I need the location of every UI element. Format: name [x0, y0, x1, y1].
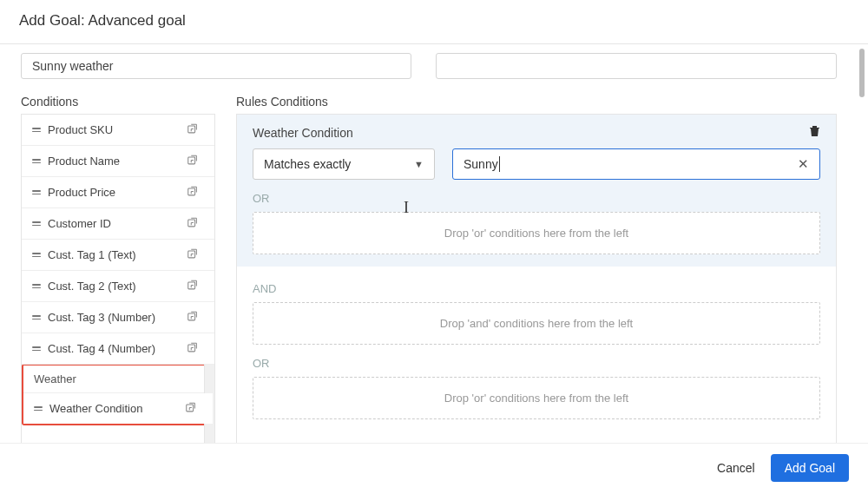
weather-group-highlight: Weather Weather Condition	[22, 364, 214, 425]
condition-item-weather-condition[interactable]: Weather Condition	[23, 393, 213, 424]
condition-label: Product Price	[48, 186, 115, 199]
condition-action-icon[interactable]	[187, 216, 199, 231]
condition-action-icon[interactable]	[187, 154, 199, 168]
and-dropzone[interactable]: Drop 'and' conditions here from the left	[253, 302, 820, 345]
condition-value-input[interactable]: Sunny ✕	[452, 148, 820, 180]
operator-value: Matches exactly	[264, 157, 351, 171]
goal-name-value: Sunny weather	[32, 59, 113, 73]
footer: Cancel Add Goal	[0, 443, 868, 494]
drag-handle-icon[interactable]	[32, 190, 41, 194]
condition-label: Cust. Tag 1 (Text)	[48, 248, 136, 261]
page-title: Add Goal: Advanced goal	[0, 0, 868, 44]
drag-handle-icon[interactable]	[32, 315, 41, 319]
condition-item-cust-tag-1[interactable]: Cust. Tag 1 (Text)	[22, 240, 214, 271]
condition-label: Product Name	[48, 155, 120, 168]
chevron-down-icon: ▼	[414, 159, 424, 169]
or-dropzone-outer[interactable]: Drop 'or' conditions here from the left	[253, 377, 820, 419]
condition-value: Sunny	[464, 157, 498, 171]
drag-handle-icon[interactable]	[32, 253, 41, 257]
condition-action-icon[interactable]	[185, 401, 197, 416]
operator-select[interactable]: Matches exactly ▼	[253, 148, 435, 180]
or-label-outer: OR	[253, 357, 820, 370]
condition-item-cust-tag-3[interactable]: Cust. Tag 3 (Number)	[22, 302, 214, 333]
condition-item-customer-id[interactable]: Customer ID	[22, 208, 214, 240]
condition-item-product-price[interactable]: Product Price	[22, 177, 214, 208]
drag-handle-icon[interactable]	[32, 159, 41, 163]
condition-item-cust-tag-4[interactable]: Cust. Tag 4 (Number)	[22, 333, 214, 365]
drag-handle-icon[interactable]	[32, 128, 41, 132]
or-dropzone-inner[interactable]: Drop 'or' conditions here from the left	[253, 212, 820, 254]
condition-label: Cust. Tag 3 (Number)	[48, 311, 155, 324]
goal-secondary-input[interactable]	[436, 53, 837, 79]
drag-handle-icon[interactable]	[32, 284, 41, 288]
condition-action-icon[interactable]	[187, 122, 199, 137]
text-cursor	[499, 156, 500, 172]
condition-label: Cust. Tag 2 (Text)	[48, 280, 136, 293]
and-label: AND	[253, 282, 820, 295]
rules-container: Weather Condition Matches exactly ▼ Sunn…	[236, 114, 837, 457]
condition-label: Product SKU	[48, 123, 113, 136]
clear-input-icon[interactable]: ✕	[798, 156, 809, 172]
drag-handle-icon[interactable]	[32, 221, 41, 226]
condition-action-icon[interactable]	[187, 279, 199, 293]
conditions-list: ▴ ▾ Product SKU Product Name Product Pri…	[21, 114, 215, 457]
condition-action-icon[interactable]	[187, 247, 199, 262]
condition-item-product-sku[interactable]: Product SKU	[22, 115, 214, 146]
condition-item-cust-tag-2[interactable]: Cust. Tag 2 (Text)	[22, 271, 214, 302]
condition-label: Weather Condition	[49, 402, 142, 415]
goal-name-input[interactable]: Sunny weather	[21, 53, 411, 79]
rules-label: Rules Conditions	[236, 95, 837, 109]
condition-item-product-name[interactable]: Product Name	[22, 146, 214, 177]
or-label-inner: OR	[253, 192, 820, 205]
goal-name-row: Sunny weather	[0, 44, 868, 79]
add-goal-button[interactable]: Add Goal	[771, 454, 849, 482]
drag-handle-icon[interactable]	[34, 406, 43, 411]
conditions-label: Conditions	[21, 95, 215, 109]
condition-action-icon[interactable]	[187, 341, 199, 356]
delete-rule-icon[interactable]	[809, 125, 820, 140]
rule-condition-title: Weather Condition	[253, 126, 353, 140]
drag-handle-icon[interactable]	[32, 346, 41, 351]
page-scrollbar[interactable]	[858, 45, 866, 444]
weather-group-title: Weather	[23, 366, 213, 393]
scrollbar-thumb[interactable]	[859, 49, 865, 97]
rule-or-group: Weather Condition Matches exactly ▼ Sunn…	[237, 115, 836, 267]
condition-label: Customer ID	[48, 217, 111, 230]
condition-label: Cust. Tag 4 (Number)	[48, 342, 155, 355]
cancel-button[interactable]: Cancel	[717, 461, 755, 475]
condition-action-icon[interactable]	[187, 185, 199, 200]
condition-action-icon[interactable]	[187, 310, 199, 325]
